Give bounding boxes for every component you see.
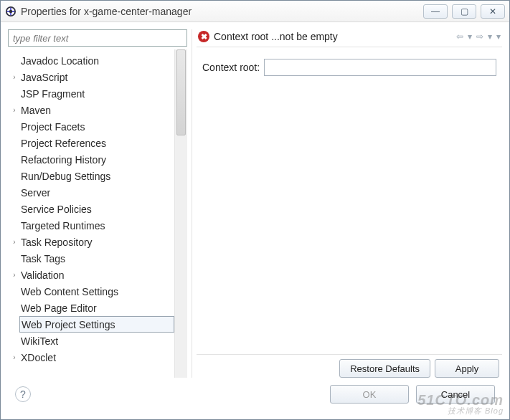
tree-item-label: Task Tags xyxy=(21,253,65,264)
chevron-right-icon[interactable]: › xyxy=(11,238,18,246)
tree-item[interactable]: ›Validation xyxy=(8,267,174,283)
message-banner: ✖ Context root ...not be empty ⇦ ▾ ⇨ ▾ ▾ xyxy=(197,29,502,47)
properties-dialog: Properties for x-game-center-manager — ▢… xyxy=(0,0,510,420)
tree-item-label: Web Project Settings xyxy=(22,319,115,330)
tree-item-label: Task Repository xyxy=(21,237,93,248)
context-root-input[interactable] xyxy=(264,59,496,76)
chevron-right-icon[interactable]: › xyxy=(11,73,18,81)
tree-item-label: Validation xyxy=(21,269,64,281)
tree-item[interactable]: Refactoring History xyxy=(8,151,174,168)
maximize-button[interactable]: ▢ xyxy=(452,4,476,19)
app-icon xyxy=(5,6,16,17)
tree-item-label: Project References xyxy=(21,138,106,149)
tree-item-label: JSP Fragment xyxy=(21,88,85,100)
tree-item[interactable]: Service Policies xyxy=(8,201,174,217)
scrollbar-thumb[interactable] xyxy=(176,49,186,135)
tree-item[interactable]: Targeted Runtimes xyxy=(8,217,174,234)
tree-item[interactable]: Javadoc Location xyxy=(8,52,174,69)
dialog-footer: ? OK Cancel xyxy=(8,378,502,412)
restore-defaults-button[interactable]: Restore Defaults xyxy=(339,359,430,378)
nav-forward-menu-icon[interactable]: ▾ xyxy=(488,32,492,42)
chevron-right-icon[interactable]: › xyxy=(11,353,18,361)
tree-item-label: Web Content Settings xyxy=(21,286,118,297)
tree-item-label: WikiText xyxy=(21,335,58,347)
tree-item-label: Javadoc Location xyxy=(21,55,99,67)
nav-arrows: ⇦ ▾ ⇨ ▾ ▾ xyxy=(456,32,501,42)
properties-tree[interactable]: Javadoc Location›JavaScriptJSP Fragment›… xyxy=(8,49,174,378)
svg-point-4 xyxy=(9,9,12,12)
nav-dropdown-icon[interactable]: ▾ xyxy=(496,32,501,42)
scrollbar-track[interactable] xyxy=(174,49,187,378)
tree-item-label: Web Page Editor xyxy=(21,302,97,314)
tree-item[interactable]: Server xyxy=(8,184,174,201)
nav-forward-icon[interactable]: ⇨ xyxy=(476,32,483,42)
ok-button[interactable]: OK xyxy=(330,385,409,404)
help-icon[interactable]: ? xyxy=(15,386,31,402)
tree-item[interactable]: Task Tags xyxy=(8,250,174,267)
cancel-button[interactable]: Cancel xyxy=(416,385,495,404)
tree-item[interactable]: ›Task Repository xyxy=(8,234,174,250)
tree-item[interactable]: WikiText xyxy=(8,333,174,349)
minimize-button[interactable]: — xyxy=(423,4,448,19)
tree-item-label: Targeted Runtimes xyxy=(21,220,105,232)
chevron-right-icon[interactable]: › xyxy=(11,106,18,114)
banner-message: Context root ...not be empty xyxy=(214,31,452,42)
tree-item[interactable]: ›XDoclet xyxy=(8,349,174,366)
tree-item-label: Refactoring History xyxy=(21,154,106,166)
tree-item[interactable]: ›Maven xyxy=(8,102,174,118)
tree-item[interactable]: JSP Fragment xyxy=(8,85,174,102)
right-panel: ✖ Context root ...not be empty ⇦ ▾ ⇨ ▾ ▾… xyxy=(192,29,502,378)
titlebar: Properties for x-game-center-manager — ▢… xyxy=(1,1,509,22)
chevron-right-icon[interactable]: › xyxy=(11,271,18,279)
context-root-label: Context root: xyxy=(202,62,260,73)
window-title: Properties for x-game-center-manager xyxy=(21,6,419,17)
tree-item[interactable]: Run/Debug Settings xyxy=(8,168,174,184)
tree-item[interactable]: Web Page Editor xyxy=(8,300,174,316)
tree-item-label: JavaScript xyxy=(21,72,67,83)
nav-back-menu-icon[interactable]: ▾ xyxy=(468,32,472,42)
apply-button[interactable]: Apply xyxy=(435,359,499,378)
tree-item-label: Server xyxy=(21,187,50,199)
tree-item[interactable]: Web Content Settings xyxy=(8,283,174,300)
form-area: Context root: xyxy=(197,47,502,354)
close-button[interactable]: ✕ xyxy=(481,4,505,19)
error-icon: ✖ xyxy=(198,31,209,42)
nav-back-icon[interactable]: ⇦ xyxy=(456,32,463,42)
tree-item-label: Maven xyxy=(21,105,51,116)
filter-input[interactable] xyxy=(8,29,187,47)
tree-item[interactable]: Project References xyxy=(8,135,174,151)
tree-item-label: XDoclet xyxy=(21,352,56,363)
page-buttons: Restore Defaults Apply xyxy=(197,354,502,378)
tree-item[interactable]: ›JavaScript xyxy=(8,69,174,85)
left-panel: Javadoc Location›JavaScriptJSP Fragment›… xyxy=(8,29,187,378)
tree-item-label: Service Policies xyxy=(21,204,92,215)
tree-item[interactable]: Project Facets xyxy=(8,118,174,135)
context-root-row: Context root: xyxy=(202,59,496,76)
tree-item-label: Project Facets xyxy=(21,121,85,133)
tree-item-label: Run/Debug Settings xyxy=(21,171,110,182)
dialog-body: Javadoc Location›JavaScriptJSP Fragment›… xyxy=(1,22,509,419)
tree-item[interactable]: Web Project Settings xyxy=(19,316,174,333)
